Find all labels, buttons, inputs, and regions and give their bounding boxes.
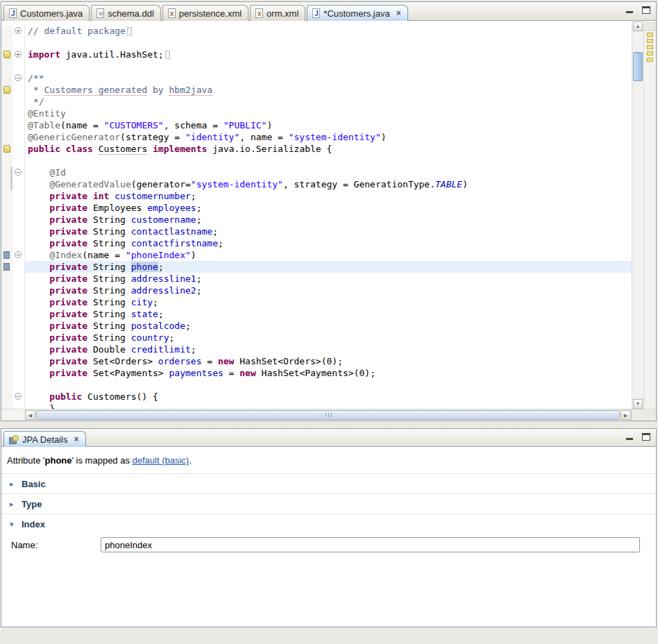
code-line[interactable]: − @Index(name = "phoneIndex") [1, 249, 632, 261]
overview-ruler-header [644, 22, 656, 31]
annotation-mark[interactable] [647, 45, 653, 49]
code-line[interactable]: private String postalcode; [1, 320, 632, 332]
chevron-down-icon[interactable]: ▾ [10, 520, 17, 529]
horizontal-scrollbar-thumb[interactable] [36, 410, 620, 420]
code-line[interactable]: private Set<Payments> paymentses = new H… [1, 367, 632, 379]
fold-collapse-icon[interactable]: − [15, 251, 22, 258]
code-line[interactable]: private String phone; [1, 261, 632, 273]
editor-tab[interactable]: *Customers.java× [307, 5, 407, 21]
fold-collapse-icon[interactable]: − [15, 393, 22, 400]
code-line[interactable]: * Customers generated by hbm2java [1, 84, 632, 96]
code-line[interactable]: */ [1, 96, 632, 108]
scroll-down-icon[interactable]: ▼ [633, 399, 643, 409]
gutter-marker-column [1, 131, 12, 143]
close-icon[interactable]: × [396, 8, 401, 18]
code-line[interactable]: − @Id [1, 167, 632, 178]
code-line[interactable]: @GeneratedValue(generator="system-identi… [1, 178, 632, 190]
maximize-icon[interactable] [642, 6, 650, 14]
code-line[interactable]: private String contactlastname; [1, 226, 632, 237]
code-line[interactable]: @GenericGenerator(strategy = "identity",… [1, 131, 632, 143]
code-line[interactable]: @Table(name = "CUSTOMERS", schema = "PUB… [1, 119, 632, 131]
editor-tab[interactable]: orm.xml [250, 5, 305, 21]
code-line[interactable]: private String contactfirstname; [1, 237, 632, 249]
gutter-marker-column [1, 119, 12, 131]
gutter-fold-column [12, 37, 25, 49]
close-icon[interactable]: × [74, 434, 79, 444]
code-line[interactable] [1, 155, 632, 167]
collapsed-region-box[interactable] [165, 51, 170, 59]
code-line[interactable]: private String city; [1, 296, 632, 308]
section-type[interactable]: ▸ Type [1, 493, 656, 514]
code-line[interactable]: private String addressline1; [1, 273, 632, 285]
gutter-marker-column [1, 285, 12, 296]
gutter-marker-column [1, 108, 12, 119]
code-text: private Set<Orders> orderses = new HashS… [25, 355, 632, 367]
fold-collapse-icon[interactable]: − [15, 169, 22, 176]
gutter-marker-column [1, 332, 12, 344]
code-line[interactable]: private Employees employees; [1, 202, 632, 214]
code-line[interactable]: @Entity [1, 108, 632, 119]
code-line[interactable]: private String customername; [1, 214, 632, 226]
code-line[interactable]: private Set<Orders> orderses = new HashS… [1, 355, 632, 367]
fold-collapse-icon[interactable]: − [15, 74, 22, 81]
index-name-input[interactable] [101, 537, 640, 552]
chevron-right-icon[interactable]: ▸ [10, 480, 17, 489]
editor-tab[interactable]: schema.ddl [91, 5, 160, 21]
vertical-scrollbar[interactable]: ▲ ▼ [632, 22, 643, 409]
annotation-mark[interactable] [647, 58, 653, 62]
code-text: public class Customers implements java.i… [25, 143, 632, 155]
code-line[interactable]: public class Customers implements java.i… [1, 143, 632, 155]
minimize-icon[interactable] [625, 433, 634, 441]
collapsed-region-box[interactable] [127, 27, 132, 35]
gutter-marker-column [1, 167, 12, 178]
code-line[interactable]: private String country; [1, 332, 632, 344]
gutter-marker-column [1, 178, 12, 190]
code-text [25, 155, 632, 167]
annotation-mark[interactable] [647, 51, 653, 56]
scroll-up-icon[interactable]: ▲ [633, 22, 643, 31]
code-line[interactable]: +// default package [1, 25, 632, 37]
fold-expand-icon[interactable]: + [15, 51, 22, 58]
maximize-icon[interactable] [642, 433, 650, 441]
section-index[interactable]: ▾ Index Name: [1, 514, 656, 561]
code-line[interactable]: +import java.util.HashSet; [1, 49, 632, 60]
code-line[interactable]: private int customernumber; [1, 190, 632, 202]
annotation-mark[interactable] [647, 33, 653, 37]
mapping-type-link[interactable]: default (basic) [133, 455, 189, 466]
overview-ruler[interactable] [643, 22, 656, 409]
editor-body: +// default package+import java.util.Has… [1, 22, 656, 409]
code-line[interactable] [1, 60, 632, 72]
code-line[interactable] [1, 379, 632, 391]
gutter-marker-column [1, 367, 12, 379]
code-text: } [25, 402, 632, 409]
code-line[interactable]: −/** [1, 72, 632, 84]
editor-tab[interactable]: Customers.java [3, 5, 90, 21]
section-basic[interactable]: ▸ Basic [1, 473, 656, 493]
vertical-scrollbar-thumb[interactable] [633, 52, 643, 81]
code-area[interactable]: +// default package+import java.util.Has… [1, 22, 632, 409]
code-line[interactable]: private String addressline2; [1, 285, 632, 296]
gutter-fold-column [12, 202, 25, 214]
code-text: */ [25, 96, 632, 108]
code-line[interactable] [1, 37, 632, 49]
code-line[interactable]: private Double creditlimit; [1, 344, 632, 355]
tab-label: orm.xml [267, 8, 298, 19]
annotation-mark[interactable] [647, 39, 653, 43]
section-type-label: Type [22, 499, 42, 509]
fold-expand-icon[interactable]: + [15, 27, 22, 34]
code-line[interactable]: } [1, 402, 632, 409]
gutter-marker-column [1, 72, 12, 84]
chevron-right-icon[interactable]: ▸ [10, 500, 17, 509]
minimize-icon[interactable] [625, 6, 634, 14]
code-line[interactable]: − public Customers() { [1, 391, 632, 402]
scroll-left-icon[interactable]: ◀ [25, 410, 35, 420]
code-text: private String addressline2; [25, 285, 632, 296]
index-name-row: Name: [11, 537, 648, 552]
editor-tab[interactable]: persistence.xml [162, 5, 248, 21]
pane-sash[interactable] [0, 421, 658, 428]
gutter-marker-column [1, 379, 12, 391]
horizontal-scrollbar[interactable]: ◀ ▶ [25, 409, 631, 421]
scroll-right-icon[interactable]: ▶ [621, 410, 631, 420]
tab-jpa-details[interactable]: JPA Details × [3, 431, 86, 447]
code-line[interactable]: private String state; [1, 308, 632, 320]
